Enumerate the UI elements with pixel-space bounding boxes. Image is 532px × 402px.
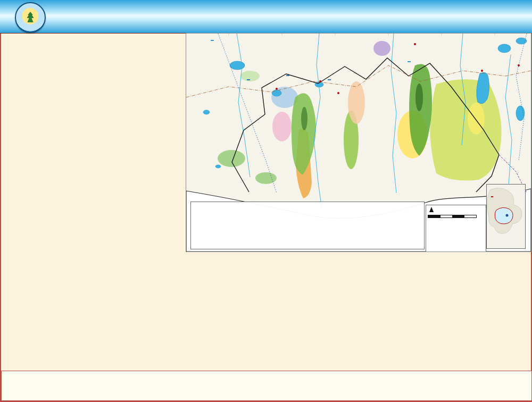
- title-bar: [0, 0, 532, 34]
- irrigation-department-logo-icon: [15, 2, 46, 33]
- map-inset: [486, 184, 526, 249]
- north-arrow-icon: [429, 207, 434, 212]
- reservoir-label-prasae: [408, 61, 411, 62]
- inset-dam-label: [491, 196, 493, 197]
- map-legend: [190, 202, 425, 249]
- map-projection-box: [426, 205, 486, 252]
- reservoir-label-khlongluang: [211, 40, 214, 41]
- dam-label-prasae: [328, 79, 331, 80]
- irrigation-map: [186, 33, 531, 252]
- dam-label-khlongyai: [286, 75, 289, 76]
- dam-label-nongplalai: [247, 79, 250, 80]
- notes-panel: [1, 371, 532, 401]
- scale-bar: [428, 215, 477, 218]
